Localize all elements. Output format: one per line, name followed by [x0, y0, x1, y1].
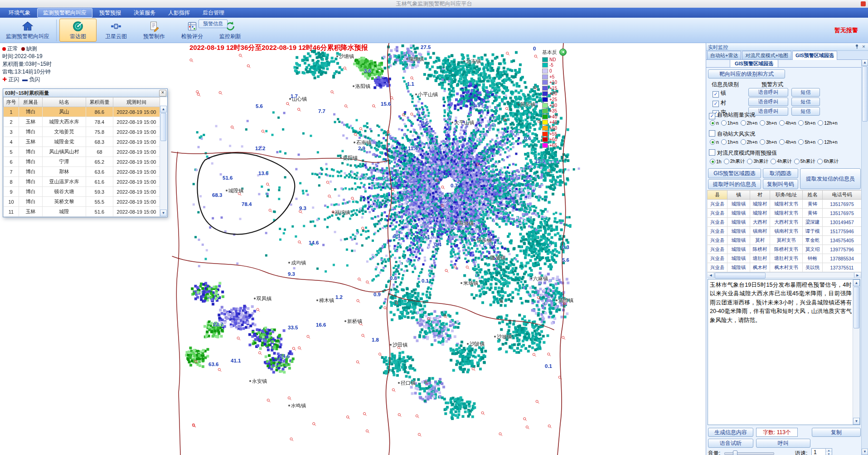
sms-button-镇[interactable]: 短信	[791, 88, 820, 97]
contact-row[interactable]: 兴业县城隍镇塘肚村塘肚村支书钟榕137885534	[708, 254, 862, 263]
menu-item-4[interactable]: 人影指挥	[162, 8, 196, 18]
call-level-header-button[interactable]: 靶向叫应的级别和方式	[708, 69, 785, 78]
table-row[interactable]: 6博白宁潭65.22022-08-19 15:00	[4, 157, 160, 167]
column-header[interactable]: 县	[708, 191, 727, 200]
table-row[interactable]: 5博白凤山镇凤山村682022-08-19 15:00	[4, 147, 160, 157]
table-row[interactable]: 10博白英桥文黎55.52022-08-19 15:00	[4, 197, 160, 207]
close-icon[interactable]: ✕	[861, 44, 867, 50]
tool-item-2[interactable]: 卫星云图	[97, 19, 135, 42]
voice-preview-button[interactable]: 语音试听	[708, 439, 753, 448]
column-header[interactable]: 村	[750, 191, 770, 200]
table-row[interactable]: 4玉林城隍金党68.32022-08-19 15:00	[4, 137, 160, 147]
level-row-村[interactable]: ✓村	[713, 99, 726, 107]
contact-row[interactable]: 兴业县城隍镇大西村大西村支书梁深建130149457	[708, 218, 862, 227]
auto-station-wind-checkbox[interactable]: 自动站大风实况	[709, 130, 755, 138]
radio-option-12h+n[interactable]: 12h+n	[818, 139, 838, 145]
slider-thumb[interactable]	[733, 450, 737, 455]
extract-sms-button[interactable]: 提取发短信的信息员	[800, 168, 861, 189]
copy-numbers-button[interactable]: 复制叫号码	[763, 179, 798, 189]
radio-option-1h+n[interactable]: 1h+n	[721, 120, 738, 126]
gis-subtab[interactable]: GIS预警区域园选	[730, 59, 778, 68]
scroll-right-icon[interactable]: ▶	[854, 273, 861, 278]
scroll-down-icon[interactable]: ▼	[160, 210, 167, 216]
contact-row[interactable]: 兴业县城隍镇城隍村城隍村支书黄铸135176975	[708, 209, 862, 218]
contact-row[interactable]: 兴业县城隍镇莫村莫村支书覃金乾134575405	[708, 236, 862, 245]
voice-call-button-村[interactable]: 语音呼叫	[748, 98, 788, 106]
radio-option-5h+n[interactable]: 5h+n	[798, 120, 815, 126]
radio-option-5h累计[interactable]: 5h累计	[794, 158, 815, 165]
tool-item-0[interactable]: 监测预警靶向叫应	[2, 19, 53, 42]
scroll-up-icon[interactable]: ▲	[853, 279, 860, 286]
radio-option-3h+n[interactable]: 3h+n	[760, 120, 777, 126]
tool-item-1[interactable]: 雷达图	[59, 19, 97, 42]
contact-row[interactable]: 兴业县城隍镇陈榜村陈榜村支书莫文绍139775796	[708, 245, 862, 254]
menu-item-5[interactable]: 后台管理	[197, 8, 230, 18]
pin-icon[interactable]	[854, 44, 860, 50]
scroll-up-icon[interactable]: ▲	[862, 59, 868, 66]
legend-collapse-button[interactable]: ◄	[559, 49, 567, 56]
tool-item-3[interactable]: 预警制作	[136, 19, 173, 42]
rain-table-scrollbar[interactable]: ▲ ▼	[160, 106, 167, 216]
table-row[interactable]: 9博白顿谷大塘59.32022-08-19 15:00	[4, 187, 160, 197]
scrollbar-thumb[interactable]	[853, 287, 859, 328]
speed-spinner[interactable]: 1 ▲▼	[811, 448, 832, 455]
scroll-left-icon[interactable]: ◀	[708, 273, 714, 278]
radio-option-6h累计[interactable]: 6h累计	[817, 158, 839, 165]
spinner-arrows[interactable]: ▲▼	[825, 449, 832, 455]
model-forecast-checkbox[interactable]: 对流尺度模式降雨预报值	[709, 149, 777, 157]
radio-option-3h累计[interactable]: 3h累计	[747, 158, 768, 165]
column-header[interactable]: 镇	[727, 191, 750, 200]
panel-tab-2[interactable]: GIS预警区域园选	[792, 51, 837, 60]
scroll-down-icon[interactable]: ▼	[862, 449, 868, 455]
radio-option-n[interactable]: n	[710, 120, 719, 126]
panel-tab-0[interactable]: 自动站+雷达	[707, 51, 741, 59]
cancel-select-button[interactable]: 取消园选	[763, 168, 798, 178]
generate-message-button[interactable]: 生成信息内容	[708, 428, 753, 437]
extract-call-button[interactable]: 提取呼叫的信息员	[708, 179, 761, 189]
menu-item-3[interactable]: 决策服务	[128, 8, 161, 18]
radio-option-4h+n[interactable]: 4h+n	[779, 139, 796, 145]
radio-option-5h+n[interactable]: 5h+n	[798, 139, 815, 145]
auto-station-rain-checkbox[interactable]: ✓自动站雨量实况	[709, 111, 755, 119]
radio-option-2h+n[interactable]: 2h+n	[741, 139, 758, 145]
radio-option-4h累计[interactable]: 4h累计	[771, 158, 792, 165]
radio-option-1h[interactable]: 1h	[710, 159, 722, 164]
message-textarea[interactable]: 玉林市气象台19日5时15分发布暴雨橙色预警信号，4时以来兴业县城隍大西水库已出…	[710, 281, 852, 423]
radio-option-4h+n[interactable]: 4h+n	[779, 120, 796, 126]
radio-option-2h累计[interactable]: 2h累计	[724, 158, 745, 165]
contacts-hscrollbar[interactable]: ◀ ▶	[707, 272, 861, 278]
panel-tab-1[interactable]: 对流尺度模式+地图	[742, 51, 791, 59]
call-button[interactable]: 呼叫	[756, 439, 810, 448]
scroll-down-icon[interactable]: ▼	[853, 418, 860, 425]
radio-option-12h+n[interactable]: 12h+n	[818, 120, 838, 126]
table-row[interactable]: 3博白文地姜芫75.82022-08-19 15:00	[4, 127, 160, 137]
scroll-up-icon[interactable]: ▲	[160, 106, 167, 113]
contact-row[interactable]: 兴业县城隍镇枫木村枫木村支书吴以悦137375511	[708, 263, 862, 272]
radar-map[interactable]: 沙塘镇蒲塘镇北市镇洛阳镇小平山镇民乐镇山心镇石南镇葵阳镇大平山镇城隍镇福绵镇成均…	[0, 43, 706, 455]
table-row[interactable]: 1博白凤山86.62022-08-19 15:00	[4, 107, 160, 117]
message-scrollbar[interactable]: ▲ ▼	[853, 279, 860, 425]
menu-item-1[interactable]: 监测预警靶向叫应	[37, 8, 92, 18]
table-row[interactable]: 8博白亚山温罗水库61.62022-08-19 15:00	[4, 177, 160, 187]
contact-row[interactable]: 兴业县城隍镇城隍村城隍村支书黄铸135176975	[708, 200, 862, 209]
volume-slider[interactable]	[724, 452, 774, 455]
panel-vscrollbar[interactable]: ▲ ▼	[861, 59, 868, 455]
table-row[interactable]: 11玉林城隍51.62022-08-19 15:00	[4, 207, 160, 217]
table-row[interactable]: 2玉林城隍大西水库78.42022-08-19 15:00	[4, 117, 160, 127]
spin-down-icon[interactable]: ▼	[826, 452, 832, 455]
table-row[interactable]: 7博白那林63.62022-08-19 15:00	[4, 167, 160, 177]
column-header[interactable]: 姓名	[803, 191, 823, 200]
voice-call-button-镇[interactable]: 语音呼叫	[748, 88, 788, 97]
level-row-镇[interactable]: ✓镇	[713, 89, 726, 98]
radio-option-2h+n[interactable]: 2h+n	[741, 120, 758, 126]
gis-select-button[interactable]: GIS预警区域园选	[708, 168, 761, 178]
close-icon[interactable]: ✕	[159, 90, 166, 97]
scrollbar-thumb[interactable]	[715, 273, 766, 279]
column-header[interactable]: 职务/地址	[770, 191, 803, 200]
spin-up-icon[interactable]: ▲	[826, 449, 832, 452]
copy-button[interactable]: 复制	[812, 428, 861, 437]
menu-item-2[interactable]: 预警预报	[93, 8, 127, 18]
contact-row[interactable]: 兴业县城隍镇镇南村镇南村支书谭于模151775946	[708, 227, 862, 236]
sms-button-屯[interactable]: 短信	[791, 107, 820, 116]
menu-item-0[interactable]: 环境气象	[3, 8, 36, 18]
